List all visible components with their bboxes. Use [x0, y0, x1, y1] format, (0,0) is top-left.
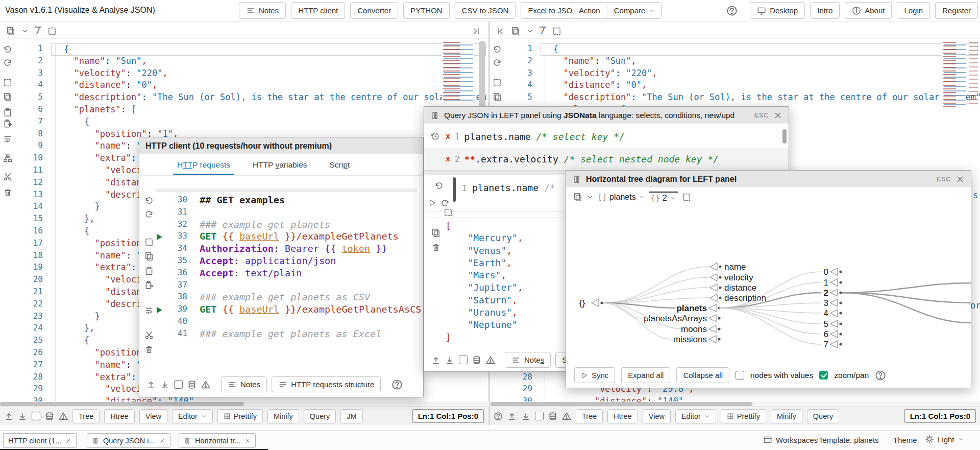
tree-key-label[interactable]: missions	[673, 335, 707, 344]
tree-expander-icon[interactable]	[710, 284, 717, 291]
tab-http-variables[interactable]: HTTP variables	[253, 154, 307, 175]
tree-node-dot[interactable]	[839, 301, 842, 304]
sync-button[interactable]: Sync	[574, 367, 615, 383]
code-line[interactable]: 40	[155, 316, 422, 328]
compare-button[interactable]: Compare	[607, 3, 662, 18]
delete-query-icon[interactable]: x	[446, 154, 450, 163]
tree-expander-icon[interactable]	[830, 341, 838, 348]
selected-node-dropdown[interactable]: {} 2	[649, 192, 678, 203]
copy-icon[interactable]	[6, 27, 15, 36]
tree-expander-icon[interactable]	[830, 299, 838, 306]
python-button[interactable]: PYTHON	[403, 2, 450, 19]
tab-horizontal-tree[interactable]: Horizontal tr...	[179, 433, 256, 448]
tree-expander-icon[interactable]	[709, 304, 716, 312]
esc-label[interactable]: ESC	[754, 111, 769, 119]
theme-light-dropdown[interactable]: Light	[925, 435, 964, 444]
tree-expander-icon[interactable]	[830, 320, 838, 327]
undo-icon[interactable]	[434, 181, 444, 191]
tree-index-label[interactable]: 5	[824, 319, 828, 329]
tree-key-label[interactable]: planetsAsArrays	[644, 314, 707, 323]
delete-icon[interactable]	[144, 345, 154, 354]
csv-to-json-button[interactable]: CSV to JSON	[455, 2, 516, 19]
tree-expander-icon[interactable]	[709, 336, 716, 343]
tree-button[interactable]: Tree	[72, 409, 100, 423]
warning-icon[interactable]	[486, 356, 495, 365]
undo-icon[interactable]	[144, 196, 154, 205]
selection-icon[interactable]	[444, 208, 453, 217]
tree-node-dot[interactable]	[839, 343, 842, 345]
expand-all-button[interactable]: Expand all	[621, 367, 670, 383]
download-icon[interactable]	[445, 356, 454, 365]
close-icon[interactable]	[244, 438, 251, 444]
tree-expander-icon[interactable]	[710, 294, 717, 301]
upload-icon[interactable]	[146, 380, 156, 389]
close-icon[interactable]	[955, 175, 965, 184]
run-query-icon[interactable]	[428, 199, 436, 207]
tree-node-dot[interactable]	[719, 286, 721, 289]
drag-handle-icon[interactable]	[430, 111, 439, 120]
tree-node-dot[interactable]	[719, 276, 721, 278]
tree-key-label[interactable]: distance	[724, 283, 756, 293]
help-icon[interactable]	[494, 412, 503, 421]
code-line[interactable]: 41### example get planets as Excel	[155, 328, 422, 341]
login-button[interactable]: Login	[897, 2, 930, 19]
http-requests-structure-button[interactable]: HTTP requests structure	[272, 376, 381, 392]
horizontal-scrollbar[interactable]	[489, 401, 980, 407]
query-text[interactable]: **.extra.velocity /* select nested node …	[464, 154, 719, 164]
code-line[interactable]: 6 "planets": [	[0, 104, 488, 116]
query-row[interactable]: x 1 planets.name /* select key */	[424, 125, 789, 148]
code-line[interactable]: 39GET {{ baseUrl }}/exampleGetPlanetsAsC…	[155, 304, 422, 316]
view-button[interactable]: View	[643, 409, 671, 423]
minify-button[interactable]: Minify	[267, 409, 299, 423]
tree-key-label[interactable]: name	[724, 262, 746, 272]
warning-icon[interactable]	[201, 380, 210, 389]
tab-http-client[interactable]: HTTP client (1...	[3, 433, 77, 448]
code-line[interactable]: 4 "distance": "0",	[489, 80, 980, 92]
converter-button[interactable]: Converter	[350, 2, 398, 19]
code-line[interactable]: 7 {	[0, 116, 488, 129]
tree-node-dot[interactable]	[839, 322, 842, 325]
editor-dropdown[interactable]: Editor	[675, 409, 716, 423]
collapse-panel-icon[interactable]	[472, 27, 481, 36]
tree-node-dot[interactable]	[718, 317, 720, 319]
code-line[interactable]: 31	[155, 207, 422, 219]
editor-scrollbar[interactable]	[453, 177, 456, 202]
checkbox[interactable]	[459, 356, 468, 364]
chevron-down-icon[interactable]	[586, 194, 594, 201]
tree-key-label[interactable]: moons	[681, 324, 707, 334]
upload-icon[interactable]	[431, 356, 440, 365]
tree-expander-icon[interactable]	[830, 279, 838, 286]
breadcrumb[interactable]: /	[540, 27, 546, 35]
tree-expander-icon[interactable]	[710, 263, 717, 270]
warning-icon[interactable]	[59, 412, 68, 421]
horizontal-scrollbar[interactable]	[156, 188, 417, 192]
code-line[interactable]: 3 "velocity": "220",	[0, 68, 488, 80]
tree-node-dot[interactable]	[839, 270, 842, 273]
tree-node-dot[interactable]	[839, 291, 842, 294]
tree-index-label[interactable]: 1	[824, 278, 828, 288]
overview-ruler[interactable]	[969, 42, 978, 107]
notes-button[interactable]: Notes	[239, 2, 286, 19]
zoom-pan-checkbox[interactable]	[819, 371, 828, 380]
code-line[interactable]: 2 "name": "Sun",	[489, 56, 980, 68]
tree-node-dot[interactable]	[718, 327, 720, 330]
drag-handle-icon[interactable]	[572, 175, 581, 184]
tree-key-label[interactable]: velocity	[724, 273, 753, 282]
upload-icon[interactable]	[507, 412, 517, 421]
editor-dropdown[interactable]: Editor	[172, 409, 213, 423]
notes-button[interactable]: Notes	[505, 352, 551, 368]
download-icon[interactable]	[18, 412, 27, 421]
code-line[interactable]: 32### example get planets	[155, 219, 422, 231]
tree-node-dot[interactable]	[600, 301, 603, 304]
code-line[interactable]: 1{	[489, 43, 980, 56]
delete-icon[interactable]	[431, 243, 440, 252]
horizontal-scrollbar[interactable]	[0, 401, 488, 407]
code-line[interactable]: 5 "description": "The Sun (or Sol), is t…	[489, 92, 980, 104]
code-line[interactable]: 38### example get planets as CSV	[155, 292, 422, 304]
paste-from-icon[interactable]	[144, 280, 154, 290]
dialog-title-bar[interactable]: HTTP client (10 requests/hour without pr…	[139, 137, 423, 154]
tab-script[interactable]: Script	[330, 154, 350, 175]
vertical-scrollbar[interactable]	[782, 129, 787, 144]
htree-button[interactable]: Htree	[607, 409, 638, 423]
copy-icon[interactable]	[431, 228, 440, 238]
